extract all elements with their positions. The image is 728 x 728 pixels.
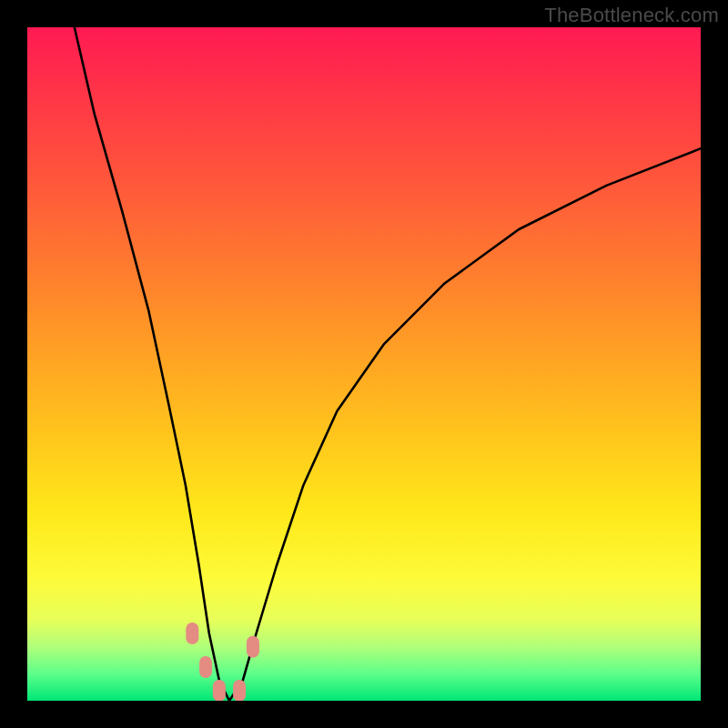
chart-frame: TheBottleneck.com	[0, 0, 728, 728]
marker-right-upper	[247, 636, 259, 658]
marker-bottom-left	[213, 680, 226, 701]
chart-svg	[27, 27, 701, 701]
bottleneck-curve	[75, 27, 701, 701]
marker-left-mid	[199, 656, 212, 678]
chart-plot-area	[27, 27, 701, 701]
marker-left-upper	[186, 622, 198, 644]
watermark-text: TheBottleneck.com	[544, 4, 719, 27]
marker-bottom-right	[233, 680, 246, 701]
